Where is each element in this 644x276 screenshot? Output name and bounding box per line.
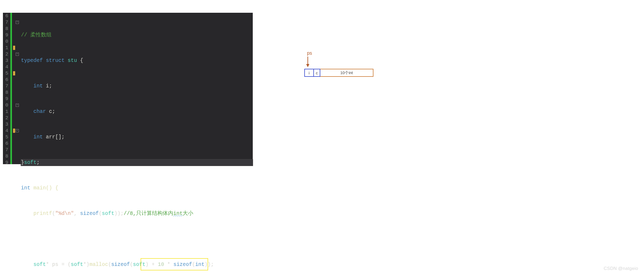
tok: +: [149, 262, 158, 267]
line-number: 5: [3, 134, 8, 140]
tok: malloc: [89, 262, 108, 267]
line-number: 9: [3, 159, 8, 166]
line-number: 7: [3, 19, 8, 26]
tok: c;: [46, 109, 55, 114]
tok: main() {: [30, 185, 58, 191]
tok: ): [145, 262, 149, 267]
mem-cell-i: i: [304, 69, 314, 77]
tok: int: [21, 185, 30, 191]
fold-toggle-icon[interactable]: −: [16, 21, 19, 24]
tok: {: [80, 58, 83, 63]
tok: ;: [37, 160, 40, 165]
tok: //8,只计算结构体内: [124, 211, 173, 216]
tok: int: [33, 83, 43, 89]
tok: (: [99, 211, 102, 216]
tok: struct: [46, 58, 65, 63]
memory-layout: i c 10个int: [304, 69, 389, 77]
tok: 大小: [183, 211, 193, 216]
line-number: 1: [3, 108, 8, 115]
tok: soft: [102, 211, 114, 216]
tok: typedef: [21, 58, 43, 63]
watermark: CSDN @natgeio: [604, 266, 638, 271]
line-number: 6: [3, 140, 8, 147]
pointer-label: ps: [307, 50, 389, 56]
line-number: 8: [3, 89, 8, 96]
line-number: 1: [3, 45, 8, 51]
tok: soft: [133, 262, 145, 267]
tok: *): [83, 262, 89, 267]
mem-cell-c: c: [314, 69, 320, 77]
tok: soft: [33, 262, 46, 267]
tok: 10: [158, 262, 164, 267]
change-margin: [9, 13, 16, 164]
tok: ));: [204, 262, 214, 267]
tok: * ps = (: [46, 262, 71, 267]
tok: soft: [24, 160, 37, 165]
tok: i;: [43, 83, 52, 89]
line-number: 9: [3, 32, 8, 38]
line-number: 8: [3, 26, 8, 32]
line-number: 7: [3, 147, 8, 153]
tok: ,: [74, 211, 80, 216]
tok: (: [52, 211, 55, 216]
blank-line: [21, 236, 253, 242]
current-line: }soft;: [21, 159, 253, 166]
tok: }: [21, 160, 24, 165]
tok: sizeof: [173, 262, 192, 267]
tok: "%d\n": [55, 211, 74, 216]
code-editor[interactable]: 678901234567890123456789 −−−− // 柔性数组 ty…: [3, 13, 253, 164]
line-number: 6: [3, 13, 8, 19]
mem-cell-arr: 10个int: [320, 69, 373, 77]
memory-diagram: ps i c 10个int: [304, 50, 389, 77]
tok: ));: [114, 211, 124, 216]
tok: stu: [68, 58, 77, 63]
tok: (: [192, 262, 195, 267]
tok: sizeof: [80, 211, 99, 216]
modified-marker-icon: [13, 46, 15, 50]
line-number: 0: [3, 102, 8, 108]
line-number: 7: [3, 83, 8, 89]
line-number: 4: [3, 64, 8, 70]
line-number: 2: [3, 115, 8, 121]
tok: int: [195, 262, 204, 267]
fold-toggle-icon[interactable]: −: [16, 104, 19, 107]
code-area[interactable]: // 柔性数组 typedef struct stu { int i; char…: [20, 13, 253, 164]
fold-column[interactable]: −−−−: [16, 13, 20, 164]
line-number: 5: [3, 70, 8, 77]
line-number: 3: [3, 57, 8, 64]
change-bar-icon: [10, 13, 12, 164]
tok: int: [173, 211, 183, 216]
line-number: 3: [3, 121, 8, 128]
code-comment: // 柔性数组: [21, 32, 52, 38]
tok: soft: [71, 262, 83, 267]
line-number-gutter: 678901234567890123456789: [3, 13, 9, 164]
line-number: 6: [3, 77, 8, 83]
tok: char: [33, 109, 46, 114]
line-number: 4: [3, 128, 8, 134]
line-number: 2: [3, 51, 8, 57]
tok: *: [164, 262, 173, 267]
line-number: 9: [3, 96, 8, 102]
modified-marker-icon: [13, 129, 15, 133]
tok: (: [108, 262, 111, 267]
tok: printf: [33, 211, 52, 216]
fold-toggle-icon[interactable]: −: [16, 53, 19, 56]
svg-marker-1: [306, 64, 309, 67]
modified-marker-icon: [13, 71, 15, 75]
line-number: 0: [3, 38, 8, 45]
tok: (: [130, 262, 133, 267]
line-number: 8: [3, 153, 8, 159]
tok: sizeof: [111, 262, 130, 267]
fold-toggle-icon[interactable]: −: [16, 129, 19, 132]
tok: int: [33, 134, 43, 140]
tok: arr[];: [43, 134, 65, 140]
arrow-down-icon: [304, 56, 315, 68]
